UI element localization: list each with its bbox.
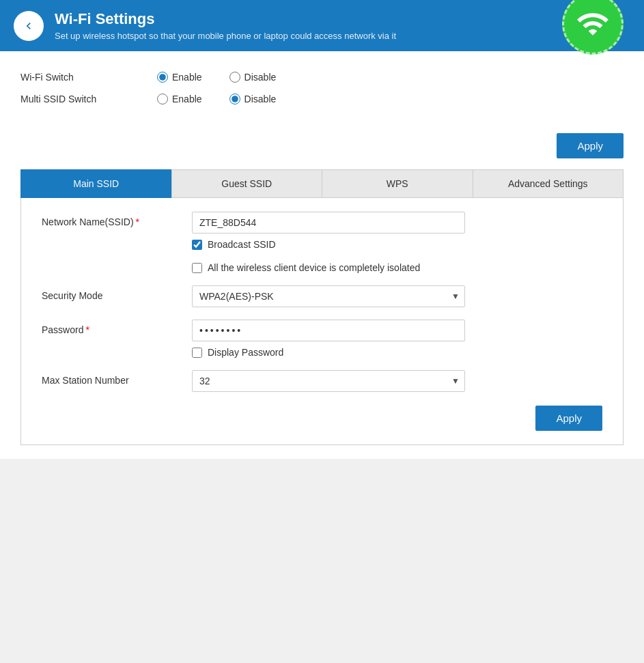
network-name-required: * <box>136 216 139 227</box>
form-section: Network Name(SSID)* Broadcast SSID All t… <box>20 198 624 445</box>
security-mode-label: Security Mode <box>42 285 192 301</box>
switch-section: Wi-Fi Switch Enable Disable Multi SSID S… <box>20 65 624 122</box>
security-mode-select[interactable]: WPA2(AES)-PSK WPA-PSK WPA2-PSK None <box>192 285 465 307</box>
multi-ssid-label: Multi SSID Switch <box>20 94 157 104</box>
password-row: Password* Display Password <box>42 320 602 358</box>
isolate-label: All the wireless client device is comple… <box>208 262 420 273</box>
network-name-row: Network Name(SSID)* Broadcast SSID All t… <box>42 212 602 273</box>
wifi-disable-option[interactable]: Disable <box>229 72 277 83</box>
back-button[interactable] <box>14 11 44 41</box>
wifi-enable-label: Enable <box>172 72 202 83</box>
password-input[interactable] <box>192 320 465 341</box>
apply-button-top[interactable]: Apply <box>557 133 624 158</box>
multi-ssid-disable-label: Disable <box>244 94 277 104</box>
wifi-switch-label: Wi-Fi Switch <box>20 72 157 83</box>
multi-ssid-disable-option[interactable]: Disable <box>229 94 277 104</box>
apply-button-bottom[interactable]: Apply <box>535 406 602 431</box>
main-content: Wi-Fi Switch Enable Disable Multi SSID S… <box>0 51 644 459</box>
display-password-checkbox[interactable] <box>192 348 202 358</box>
max-station-input-group: 32 16 8 4 2 1 ▼ <box>192 370 602 392</box>
wifi-enable-option[interactable]: Enable <box>157 72 202 83</box>
broadcast-ssid-checkbox[interactable] <box>192 240 202 250</box>
wifi-switch-row: Wi-Fi Switch Enable Disable <box>20 72 624 83</box>
tab-advanced-settings[interactable]: Advanced Settings <box>473 169 624 198</box>
isolate-checkbox[interactable] <box>192 263 202 273</box>
security-mode-row: Security Mode WPA2(AES)-PSK WPA-PSK WPA2… <box>42 285 602 307</box>
multi-ssid-enable-label: Enable <box>172 94 202 104</box>
wifi-switch-radio-group: Enable Disable <box>157 72 276 83</box>
multi-ssid-switch-row: Multi SSID Switch Enable Disable <box>20 94 624 104</box>
wifi-disable-radio[interactable] <box>229 72 240 83</box>
page-title: Wi-Fi Settings <box>55 10 396 28</box>
display-password-label: Display Password <box>208 347 283 358</box>
network-name-label: Network Name(SSID)* <box>42 212 192 227</box>
multi-ssid-radio-group: Enable Disable <box>157 94 276 104</box>
broadcast-ssid-label: Broadcast SSID <box>208 239 276 250</box>
password-label: Password* <box>42 320 192 335</box>
tab-guest-ssid[interactable]: Guest SSID <box>171 169 322 198</box>
multi-ssid-enable-radio[interactable] <box>157 94 168 104</box>
tab-wps[interactable]: WPS <box>322 169 473 198</box>
isolate-row: All the wireless client device is comple… <box>192 262 602 273</box>
wifi-disable-label: Disable <box>244 72 277 83</box>
security-mode-input-group: WPA2(AES)-PSK WPA-PSK WPA2-PSK None ▼ <box>192 285 602 307</box>
header-text: Wi-Fi Settings Set up wireless hotspot s… <box>55 10 396 41</box>
password-input-group: Display Password <box>192 320 602 358</box>
max-station-select[interactable]: 32 16 8 4 2 1 <box>192 370 465 392</box>
network-name-input-group: Broadcast SSID All the wireless client d… <box>192 212 602 273</box>
network-name-input[interactable] <box>192 212 465 234</box>
display-password-row: Display Password <box>192 347 602 358</box>
broadcast-ssid-row: Broadcast SSID <box>192 239 602 250</box>
page-header: Wi-Fi Settings Set up wireless hotspot s… <box>0 0 644 51</box>
bottom-apply-row: Apply <box>42 406 602 431</box>
max-station-select-wrapper: 32 16 8 4 2 1 ▼ <box>192 370 465 392</box>
multi-ssid-enable-option[interactable]: Enable <box>157 94 202 104</box>
top-apply-row: Apply <box>20 133 624 158</box>
wifi-enable-radio[interactable] <box>157 72 168 83</box>
multi-ssid-disable-radio[interactable] <box>229 94 240 104</box>
tab-main-ssid[interactable]: Main SSID <box>20 169 171 198</box>
tab-bar: Main SSID Guest SSID WPS Advanced Settin… <box>20 169 624 198</box>
wifi-icon <box>562 0 624 55</box>
security-mode-select-wrapper: WPA2(AES)-PSK WPA-PSK WPA2-PSK None ▼ <box>192 285 465 307</box>
max-station-row: Max Station Number 32 16 8 4 2 1 ▼ <box>42 370 602 392</box>
password-required: * <box>85 324 89 335</box>
page-subtitle: Set up wireless hotspot so that your mob… <box>55 31 396 41</box>
max-station-label: Max Station Number <box>42 370 192 386</box>
